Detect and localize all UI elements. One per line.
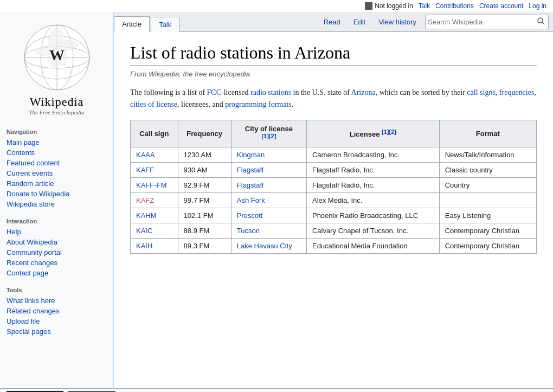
sidebar-item-community-portal[interactable]: Community portal — [0, 247, 113, 258]
sidebar-item-contact[interactable]: Contact page — [0, 268, 113, 278]
contributions-link[interactable]: Contributions — [435, 2, 474, 10]
interaction-section: Interaction Help About Wikipedia Communi… — [0, 213, 113, 281]
radio-stations-table: Call sign Frequency City of license [1][… — [130, 120, 537, 254]
main-layout: W Wikipedia The Free Encyclopedia Naviga… — [0, 12, 553, 388]
col-header-frequency: Frequency — [178, 120, 231, 147]
talk-link[interactable]: Talk — [419, 2, 430, 10]
page-intro: The following is a list of FCC-licensed … — [130, 87, 537, 111]
col-header-licensee: Licensee [1][2] — [306, 120, 439, 147]
search-icon — [537, 17, 545, 25]
sidebar-item-what-links-here[interactable]: What links here — [0, 295, 113, 306]
col-header-call-sign: Call sign — [131, 120, 178, 147]
call-sign-link[interactable]: KAAA — [136, 151, 155, 159]
call-sign-link[interactable]: KAFZ — [136, 196, 154, 204]
navigation-title: Navigation — [0, 126, 113, 137]
format-cell: Contemporary Christian — [439, 239, 536, 254]
sidebar-item-about[interactable]: About Wikipedia — [0, 237, 113, 247]
call-signs-link[interactable]: call signs — [467, 88, 496, 97]
city-cell: Lake Havasu City — [231, 239, 306, 254]
sidebar-logo-subtitle: The Free Encyclopedia — [29, 109, 84, 115]
tab-talk[interactable]: Talk — [151, 17, 179, 32]
comma2: , — [534, 88, 536, 97]
sidebar-item-help[interactable]: Help — [0, 227, 113, 237]
top-bar: Not logged in Talk Contributions Create … — [0, 0, 553, 12]
cities-link[interactable]: cities of license — [130, 100, 177, 108]
city-link[interactable]: Ash Fork — [237, 196, 265, 204]
call-sign-link[interactable]: KAFF — [136, 166, 154, 174]
table-row: KAHM102.1 FMPrescottPhoenix Radio Broadc… — [131, 208, 537, 223]
arizona-link[interactable]: Arizona — [351, 88, 376, 97]
licensee-cell: Phoenix Radio Broadcasting, LLC — [306, 208, 439, 223]
col-header-format: Format — [439, 120, 536, 147]
licensee-cite: [1][2] — [382, 128, 396, 135]
tabs-left: Article Talk — [114, 16, 181, 31]
city-cell: Flagstaff — [231, 178, 306, 193]
sidebar: W Wikipedia The Free Encyclopedia Naviga… — [0, 12, 114, 388]
sidebar-item-featured-content[interactable]: Featured content — [0, 158, 113, 168]
formats-link[interactable]: programming formats — [225, 100, 291, 108]
frequencies-link[interactable]: frequencies — [499, 88, 535, 97]
format-cell: News/Talk/Information — [439, 147, 536, 163]
tab-read[interactable]: Read — [319, 16, 345, 28]
sidebar-item-current-events[interactable]: Current events — [0, 168, 113, 178]
call-sign-link[interactable]: KAIC — [136, 227, 152, 235]
svg-text:W: W — [49, 47, 65, 63]
search-input[interactable] — [428, 18, 536, 26]
tab-view-history[interactable]: View history — [374, 16, 421, 28]
sidebar-item-upload-file[interactable]: Upload file — [0, 316, 113, 326]
city-cell: Flagstaff — [231, 163, 306, 178]
city-link[interactable]: Tucson — [237, 227, 260, 235]
city-link[interactable]: Flagstaff — [237, 166, 264, 174]
sidebar-item-donate[interactable]: Donate to Wikipedia — [0, 189, 113, 199]
format-cell: Country — [439, 178, 536, 193]
sidebar-item-related-changes[interactable]: Related changes — [0, 306, 113, 316]
frequency-cell: 92.9 FM — [178, 178, 231, 193]
tools-section: Tools What links here Related changes Up… — [0, 281, 113, 340]
sidebar-item-recent-changes[interactable]: Recent changes — [0, 258, 113, 268]
wikipedia-globe-icon: W — [22, 22, 92, 93]
log-in-link[interactable]: Log in — [529, 2, 546, 10]
table-row: KAIC88.9 FMTucsonCalvary Chapel of Tucso… — [131, 223, 537, 239]
licensee-cell: Flagstaff Radio, Inc. — [306, 178, 439, 193]
intro-end: . — [292, 100, 294, 108]
intro-text-3: in the U.S. state of — [291, 88, 351, 97]
col-header-city: City of license [1][2] — [231, 120, 306, 147]
frequency-cell: 102.1 FM — [178, 208, 231, 223]
sidebar-logo: W Wikipedia The Free Encyclopedia — [0, 17, 113, 123]
city-link[interactable]: Prescott — [237, 211, 263, 220]
sidebar-item-main-page[interactable]: Main page — [0, 137, 113, 147]
page-subtitle: From Wikipedia, the free encyclopedia — [130, 70, 537, 78]
frequency-cell: 930 AM — [178, 163, 231, 178]
frequency-cell: 89.3 FM — [178, 239, 231, 254]
call-sign-link[interactable]: KAFF-FM — [136, 181, 166, 189]
svg-line-9 — [542, 22, 544, 24]
licensee-cell: Flagstaff Radio, Inc. — [306, 163, 439, 178]
table-row: KAFF-FM92.9 FMFlagstaffFlagstaff Radio, … — [131, 178, 537, 193]
sidebar-item-store[interactable]: Wikipedia store — [0, 199, 113, 209]
frequency-cell: 99.7 FM — [178, 193, 231, 208]
city-link[interactable]: Kingman — [237, 151, 265, 159]
sidebar-item-random-article[interactable]: Random article — [0, 178, 113, 189]
search-button[interactable] — [536, 16, 546, 28]
radio-stations-link[interactable]: radio stations — [250, 88, 291, 97]
tab-article[interactable]: Article — [114, 16, 150, 32]
sidebar-logo-title: Wikipedia — [30, 95, 84, 109]
create-account-link[interactable]: Create account — [479, 2, 523, 10]
city-link[interactable]: Lake Havasu City — [237, 242, 292, 250]
tab-edit[interactable]: Edit — [349, 16, 370, 28]
call-sign-link[interactable]: KAHM — [136, 211, 157, 220]
sidebar-item-special-pages[interactable]: Special pages — [0, 326, 113, 337]
fcc-link[interactable]: FCC — [207, 88, 221, 97]
page-title: List of radio stations in Arizona — [130, 43, 537, 66]
sidebar-item-contents[interactable]: Contents — [0, 147, 113, 158]
interaction-title: Interaction — [0, 216, 113, 227]
comma1: , — [496, 88, 498, 97]
call-sign-link[interactable]: KAIH — [136, 242, 152, 250]
licensee-cell: Alex Media, Inc. — [306, 193, 439, 208]
city-link[interactable]: Flagstaff — [237, 181, 264, 189]
tools-title: Tools — [0, 285, 113, 295]
tab-bar: Article Talk Read Edit View history — [114, 12, 553, 32]
format-cell: Classic country — [439, 163, 536, 178]
licensee-cell: Educational Media Foundation — [306, 239, 439, 254]
svg-point-8 — [538, 18, 543, 23]
